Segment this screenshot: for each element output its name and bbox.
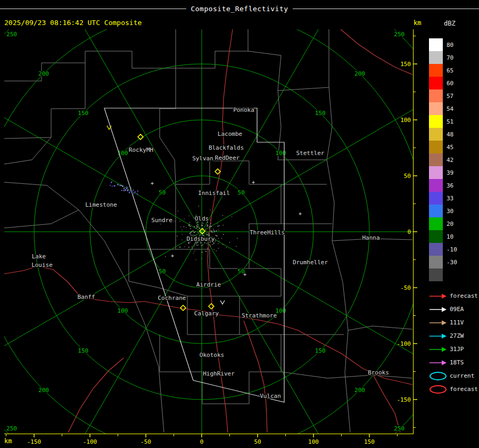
pointer-marker [220,300,225,304]
point-marker: + [171,253,174,259]
county-boundary [4,137,51,164]
county-boundary [176,29,248,68]
echo-dot [177,235,177,236]
echo-dot [213,230,214,231]
bottom-axis-tick-label: -100 [83,438,97,445]
colorbar-swatch [429,51,443,64]
echo-dot [208,232,209,233]
legend-item: 111V [429,316,478,329]
colorbar-entries: 80706560575451484542393633302010-10-30 [429,38,464,281]
echo-dot [213,232,214,233]
city-label: Calgary [194,310,219,317]
echo-dot [207,224,208,225]
legend-ellipse-icon [429,385,447,394]
city-label: Okotoks [200,352,224,359]
echo-dot [207,243,208,245]
echo-dot [184,226,185,227]
radar-map[interactable]: 5010015020025050100150200250501001502002… [0,0,479,448]
echo-dot [199,206,199,206]
colorbar-swatch [429,192,443,205]
right-axis-tick-label: -150 [397,396,411,403]
echo-dot [216,235,217,237]
point-marker: + [243,272,246,278]
colorbar-entry: 30 [429,205,464,217]
legend-items: forecast09EA111V27ZW31JP18TScurrentforec… [429,289,478,396]
range-label: 150 [78,347,88,354]
echo-dot [236,246,236,247]
echo-dot [196,225,197,226]
range-label: 250 [394,31,404,38]
colorbar-entry: 10 [429,230,464,243]
highway-line [4,266,212,312]
echo-dot [175,221,175,222]
echo-dot [212,231,213,232]
echo-dot [197,245,199,246]
range-label: 200 [38,387,49,394]
echo-dot [118,184,119,185]
colorbar-entry: 51 [429,115,464,128]
echo-dot [204,242,205,243]
echo-dot [180,221,180,221]
county-boundary [176,161,281,268]
echo-dot [232,216,232,217]
city-label: Stettler [296,150,325,157]
colorbar-label: 45 [447,144,464,151]
right-axis-tick-label: 0 [407,229,411,235]
colorbar-swatch [429,102,443,115]
point-marker: + [299,211,302,217]
echo-dot [210,210,211,210]
echo-dot [122,186,123,187]
legend-label: 31JP [450,346,464,353]
city-label: Lacombe [218,131,242,137]
echo-dot [192,248,193,248]
colorbar-entry: 48 [429,128,464,141]
city-label: Hanna [362,234,379,241]
range-label: 150 [315,347,326,354]
colorbar-swatch [429,256,443,268]
range-label: 200 [38,70,49,77]
echo-dot [129,192,130,193]
echo-dot [223,234,224,235]
city-label: Airdrie [196,281,221,288]
colorbar-label: -10 [447,246,464,253]
echo-dot [193,253,194,254]
county-boundary [278,29,329,91]
colorbar-swatch [429,64,443,77]
echo-dot [206,233,207,234]
legend-arrow-icon [429,331,447,341]
echo-dot [130,188,131,189]
colorbar-entry: 60 [429,77,464,89]
echo-dot [189,222,190,223]
range-label: 100 [118,307,128,314]
colorbar-swatch [429,230,443,243]
echo-dot [110,185,111,186]
city-label: Cochrane [158,295,186,302]
echo-dot [207,226,208,227]
echo-dot [218,248,219,249]
city-label: Louise [31,262,53,268]
range-label: 50 [238,189,245,196]
echo-dot [217,235,218,237]
legend-label: 111V [450,319,464,326]
echo-dot [194,246,194,246]
echo-dot [221,238,222,239]
echo-dot [202,245,203,246]
range-radial [202,232,372,448]
echo-dot [210,219,211,221]
echo-dot [196,245,197,246]
city-label: Sundre [151,217,172,224]
radar-site-marker [209,304,214,309]
echo-dot [121,185,122,186]
colorbar-swatch [429,179,443,192]
echo-dot [202,252,203,253]
echo-dot [216,231,217,232]
legend-arrow-icon [429,318,447,328]
echo-dot [211,226,211,226]
range-label: 200 [354,387,365,394]
colorbar-label: 42 [447,157,464,164]
echo-dot [178,211,178,211]
colorbar-entry: 54 [429,102,464,115]
echo-dot [197,223,197,223]
county-boundary [248,51,281,160]
right-axis-tick-label: -50 [400,284,411,291]
